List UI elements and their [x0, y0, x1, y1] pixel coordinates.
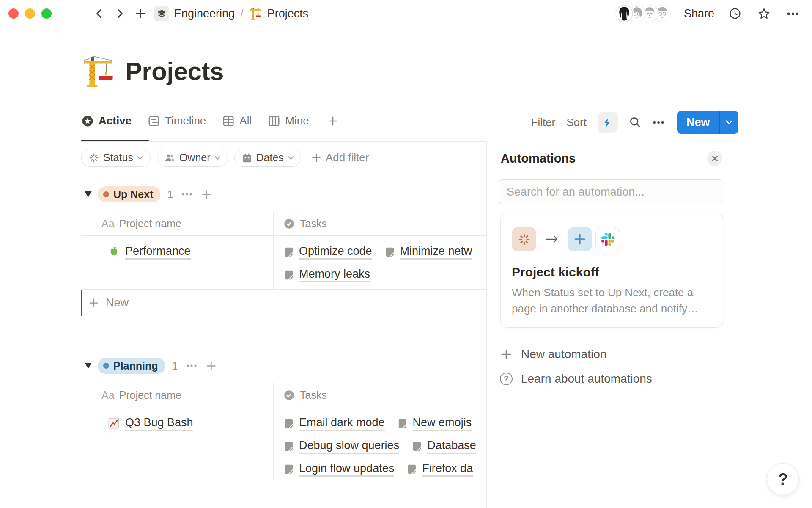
close-window-button[interactable] — [8, 8, 19, 19]
breadcrumb-item-engineering[interactable]: Engineering — [174, 7, 235, 20]
task-link[interactable]: Debug slow queries — [284, 439, 399, 454]
filter-button[interactable]: Filter — [531, 116, 556, 129]
column-label: Project name — [119, 389, 181, 401]
status-trigger-icon — [512, 227, 536, 251]
forward-button[interactable] — [112, 6, 127, 22]
green-apple-icon — [107, 246, 120, 258]
updates-button[interactable] — [727, 6, 743, 22]
new-dropdown-button[interactable] — [720, 111, 738, 134]
layers-icon — [157, 9, 167, 19]
group-badge-planning[interactable]: Planning — [98, 358, 165, 374]
status-burst-icon — [88, 152, 99, 163]
plus-icon — [500, 348, 513, 361]
add-view-button[interactable] — [327, 115, 339, 130]
project-name-cell[interactable]: Performance — [81, 236, 273, 289]
app-window: Engineering / Projects Share — [0, 0, 812, 508]
chart-increasing-icon — [107, 417, 120, 430]
task-link[interactable]: Optimize code — [284, 245, 372, 260]
filter-chip-status[interactable]: Status — [81, 149, 151, 167]
page-icon — [407, 464, 418, 475]
group-more-button[interactable] — [181, 193, 192, 196]
filter-chip-owner[interactable]: Owner — [157, 149, 228, 167]
group-add-button[interactable] — [201, 189, 212, 200]
project-link[interactable]: Performance — [125, 245, 191, 260]
group-add-button[interactable] — [206, 360, 217, 372]
task-link[interactable]: Minimize netw — [385, 245, 472, 260]
view-options-button[interactable] — [653, 121, 664, 124]
group-name: Planning — [113, 360, 158, 372]
more-options-button[interactable] — [785, 10, 801, 17]
group-badge-up-next[interactable]: Up Next — [98, 186, 160, 202]
task-label: Login flow updates — [299, 462, 394, 477]
tab-all[interactable]: All — [222, 114, 252, 130]
column-label: Tasks — [300, 389, 327, 401]
filter-chip-dates[interactable]: Dates — [234, 149, 301, 167]
help-button[interactable]: ? — [767, 463, 799, 495]
share-button[interactable]: Share — [684, 7, 714, 20]
breadcrumb-item-projects[interactable]: Projects — [267, 7, 309, 20]
crane-page-icon[interactable] — [82, 54, 116, 88]
zoom-window-button[interactable] — [41, 8, 52, 19]
close-panel-button[interactable] — [707, 151, 722, 166]
new-button[interactable]: New — [677, 111, 719, 134]
column-tasks[interactable]: Tasks — [273, 218, 327, 230]
group-more-button[interactable] — [186, 364, 197, 367]
breadcrumb-separator: / — [240, 7, 244, 20]
column-divider[interactable] — [273, 383, 274, 480]
task-link[interactable]: Memory leaks — [284, 268, 370, 282]
avatar-stack[interactable] — [615, 5, 671, 22]
column-label: Project name — [119, 218, 181, 230]
task-link[interactable]: Email dark mode — [284, 416, 385, 431]
automations-button[interactable] — [598, 112, 618, 133]
back-button[interactable] — [92, 6, 107, 22]
tab-mine[interactable]: Mine — [268, 114, 309, 130]
triangle-down-icon — [85, 191, 92, 197]
column-project-name[interactable]: Aa Project name — [81, 389, 273, 401]
filter-bar: Status Owner Dates Add filter — [81, 149, 369, 167]
avatar — [615, 5, 633, 22]
task-link[interactable]: Database — [412, 439, 476, 454]
people-icon — [164, 152, 176, 163]
plus-icon — [201, 189, 212, 200]
sort-button[interactable]: Sort — [566, 116, 587, 129]
task-link[interactable]: New emojis — [398, 416, 472, 431]
project-link[interactable]: Q3 Bug Bash — [125, 416, 193, 431]
create-page-action-icon — [568, 227, 592, 251]
task-label: Firefox da — [422, 462, 473, 477]
new-automation-button[interactable]: New automation — [487, 342, 724, 367]
minimize-window-button[interactable] — [25, 8, 35, 19]
lightning-icon — [602, 117, 613, 128]
column-tasks[interactable]: Tasks — [273, 389, 327, 401]
plus-icon — [311, 152, 322, 163]
panel-title: Automations — [501, 152, 576, 166]
learn-automations-button[interactable]: ? Learn about automations — [487, 367, 724, 391]
status-dot — [103, 191, 109, 197]
column-divider[interactable] — [273, 212, 274, 290]
page-icon — [385, 246, 396, 257]
group-toggle[interactable] — [85, 363, 92, 369]
automation-search-input[interactable] — [499, 179, 724, 204]
automation-card[interactable]: Project kickoff When Status set to Up Ne… — [500, 213, 723, 328]
page-icon — [398, 418, 409, 429]
project-name-cell[interactable]: Q3 Bug Bash — [81, 408, 273, 480]
breadcrumb: Engineering / Projects — [154, 6, 308, 21]
task-link[interactable]: Firefox da — [407, 462, 473, 477]
topbar-actions: Share — [615, 0, 801, 27]
workspace-icon-tile[interactable] — [154, 6, 169, 21]
tab-timeline[interactable]: Timeline — [148, 114, 206, 130]
task-label: New emojis — [413, 416, 472, 431]
chevron-down-icon — [725, 120, 733, 125]
task-link[interactable]: Login flow updates — [284, 462, 394, 477]
group-header-up-next: Up Next 1 — [85, 186, 212, 202]
group-toggle[interactable] — [85, 191, 92, 197]
column-project-name[interactable]: Aa Project name — [81, 218, 273, 230]
history-nav — [92, 6, 148, 22]
sidebar-menu-button[interactable] — [68, 7, 83, 20]
search-button[interactable] — [629, 116, 642, 129]
favorite-button[interactable] — [756, 6, 772, 22]
new-tab-button[interactable] — [133, 6, 148, 22]
add-filter-button[interactable]: Add filter — [311, 151, 369, 164]
task-label: Optimize code — [299, 245, 372, 260]
tab-active[interactable]: Active — [81, 114, 132, 130]
view-tabs: Active Timeline All Mine — [81, 114, 339, 130]
